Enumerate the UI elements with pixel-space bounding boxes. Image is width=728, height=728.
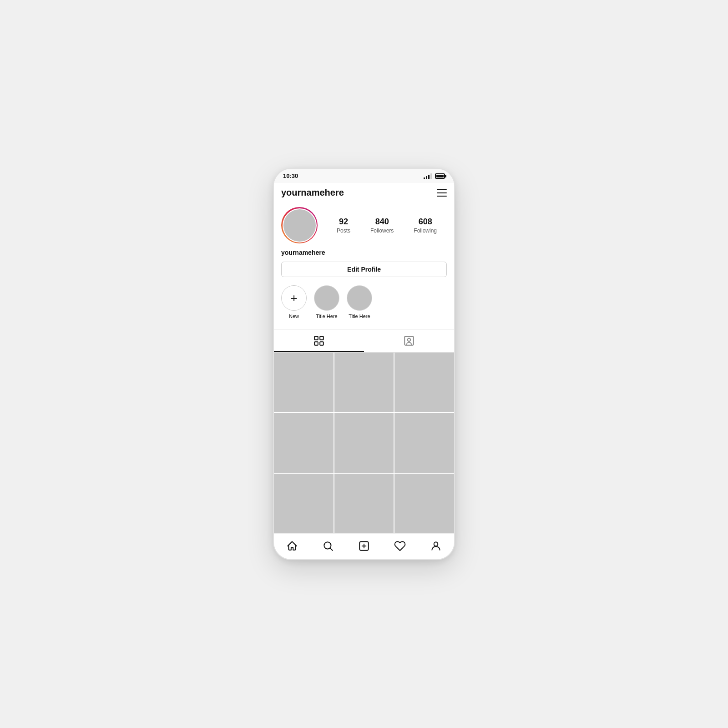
avatar-container[interactable] — [281, 207, 318, 243]
svg-rect-4 — [404, 337, 414, 346]
grid-cell-2[interactable] — [334, 353, 394, 412]
tab-tagged[interactable] — [364, 329, 454, 352]
nav-home[interactable] — [281, 538, 303, 554]
add-post-icon — [358, 540, 370, 552]
highlight-2-circle — [347, 285, 372, 311]
top-nav: yournamehere — [274, 183, 454, 202]
svg-rect-3 — [320, 342, 324, 346]
avatar-inner — [283, 208, 317, 243]
status-bar: 10:30 — [274, 169, 454, 183]
edit-profile-button[interactable]: Edit Profile — [281, 262, 447, 277]
grid-cell-6[interactable] — [394, 413, 454, 473]
nav-profile[interactable] — [425, 538, 447, 554]
followers-stat[interactable]: 840 Followers — [370, 217, 394, 234]
highlight-2[interactable]: Title Here — [347, 285, 372, 319]
grid-cell-8[interactable] — [334, 474, 394, 533]
profile-icon — [430, 540, 442, 552]
time-display: 10:30 — [283, 172, 298, 179]
svg-point-11 — [434, 542, 438, 546]
svg-rect-1 — [320, 337, 324, 340]
bottom-nav — [274, 533, 454, 559]
avatar-ring — [281, 207, 318, 243]
posts-stat[interactable]: 92 Posts — [337, 217, 350, 234]
avatar — [283, 209, 316, 242]
highlight-new-label: New — [289, 313, 299, 319]
svg-line-7 — [330, 548, 333, 550]
svg-point-5 — [408, 339, 411, 342]
hamburger-line-2 — [437, 192, 447, 193]
following-stat[interactable]: 608 Following — [414, 217, 437, 234]
profile-section: 92 Posts 840 Followers 608 Following you… — [274, 202, 454, 329]
person-tag-icon — [403, 335, 415, 347]
highlight-1-label: Title Here — [316, 313, 337, 319]
plus-icon: + — [290, 292, 297, 304]
following-count: 608 — [419, 217, 432, 227]
hamburger-line-3 — [437, 196, 447, 197]
heart-icon — [394, 540, 406, 552]
grid-cell-4[interactable] — [274, 413, 334, 473]
grid-cell-9[interactable] — [394, 474, 454, 533]
highlight-new[interactable]: + New — [281, 285, 307, 319]
highlight-2-label: Title Here — [349, 313, 370, 319]
tab-grid[interactable] — [274, 329, 364, 352]
svg-rect-0 — [314, 337, 318, 340]
nav-heart[interactable] — [389, 538, 411, 554]
highlight-1-circle — [314, 285, 339, 311]
grid-icon — [313, 335, 325, 347]
grid-cell-5[interactable] — [334, 413, 394, 473]
search-icon — [322, 540, 334, 552]
menu-button[interactable] — [437, 189, 447, 197]
svg-rect-2 — [314, 342, 318, 346]
posts-label: Posts — [337, 228, 350, 234]
grid-cell-3[interactable] — [394, 353, 454, 412]
profile-stats-row: 92 Posts 840 Followers 608 Following — [281, 207, 447, 243]
nav-add[interactable] — [353, 538, 375, 554]
posts-count: 92 — [339, 217, 348, 227]
following-label: Following — [414, 228, 437, 234]
highlights-row: + New Title Here Title Here — [281, 283, 447, 324]
hamburger-line-1 — [437, 189, 447, 190]
nav-search[interactable] — [317, 538, 339, 554]
followers-label: Followers — [370, 228, 394, 234]
new-highlight-circle: + — [281, 285, 307, 311]
grid-cell-1[interactable] — [274, 353, 334, 412]
home-icon — [286, 540, 298, 552]
tabs-row — [274, 329, 454, 353]
posts-grid — [274, 353, 454, 533]
stats-container: 92 Posts 840 Followers 608 Following — [327, 217, 447, 234]
battery-icon — [435, 173, 445, 179]
followers-count: 840 — [375, 217, 389, 227]
profile-username: yournamehere — [281, 249, 447, 256]
grid-cell-7[interactable] — [274, 474, 334, 533]
phone-frame: 10:30 yournamehere — [273, 168, 455, 560]
signal-icon — [424, 173, 432, 179]
page-title: yournamehere — [281, 187, 344, 198]
highlight-1[interactable]: Title Here — [314, 285, 339, 319]
status-icons — [424, 173, 445, 179]
